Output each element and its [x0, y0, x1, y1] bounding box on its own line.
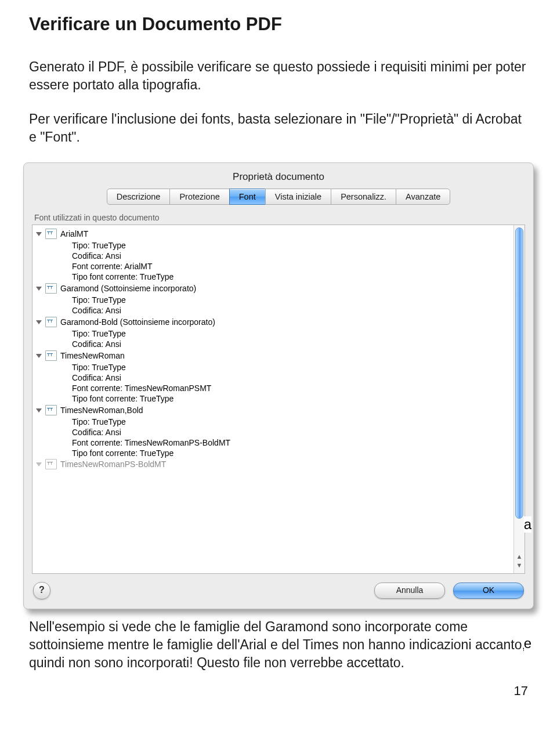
font-detail-line: Codifica: Ansi: [32, 372, 514, 383]
tab-protezione[interactable]: Protezione: [169, 189, 229, 205]
cancel-button[interactable]: Annulla: [374, 583, 445, 599]
font-detail-line: Tipo: TrueType: [32, 240, 514, 251]
font-detail-line: Font corrente: TimesNewRomanPSMT: [32, 383, 514, 393]
scroll-down-icon[interactable]: ▼: [515, 561, 523, 570]
font-entry-cutoff: TimesNewRomanPS-BoldMT: [32, 458, 514, 470]
font-detail-line: Tipo: TrueType: [32, 362, 514, 372]
font-name-label: TimesNewRoman,Bold: [60, 406, 511, 415]
font-detail-line: Codifica: Ansi: [32, 305, 514, 316]
disclosure-triangle-icon[interactable]: [36, 408, 42, 413]
truetype-icon: [45, 317, 57, 327]
font-name-label: TimesNewRomanPS-BoldMT: [60, 460, 511, 469]
scrollbar-thumb[interactable]: [515, 227, 523, 519]
fonts-group-label: Font utilizzati in questo documento: [24, 213, 533, 225]
font-detail-line: Tipo: TrueType: [32, 417, 514, 427]
disclosure-triangle-icon[interactable]: [36, 232, 42, 236]
document-page: Verificare un Documento PDF Generato il …: [0, 0, 557, 716]
disclosure-triangle-icon[interactable]: [36, 287, 42, 291]
font-detail-line: Tipo font corrente: TrueType: [32, 448, 514, 458]
help-button[interactable]: ?: [33, 582, 50, 599]
font-entry[interactable]: ArialMT: [32, 227, 514, 240]
font-detail-line: Tipo: TrueType: [32, 328, 514, 339]
scroll-up-icon[interactable]: ▲: [515, 552, 523, 561]
fonts-list[interactable]: ArialMTTipo: TrueTypeCodifica: AnsiFont …: [32, 225, 525, 574]
tab-vista-iniziale[interactable]: Vista iniziale: [265, 189, 331, 205]
page-number: 17: [29, 683, 528, 699]
document-properties-dialog: Proprietà documento DescrizioneProtezion…: [23, 162, 534, 609]
tab-personalizz-[interactable]: Personalizz.: [331, 189, 396, 205]
font-detail-line: Codifica: Ansi: [32, 339, 514, 349]
font-detail-line: Tipo font corrente: TrueType: [32, 393, 514, 404]
font-entry[interactable]: Garamond-Bold (Sottoinsieme incorporato): [32, 316, 514, 328]
button-group: Annulla OK: [374, 583, 524, 599]
truetype-icon: [45, 229, 57, 239]
truetype-icon: [45, 283, 57, 294]
font-detail-line: Codifica: Ansi: [32, 427, 514, 437]
stray-glyph-a: a: [524, 516, 531, 533]
font-name-label: TimesNewRoman: [60, 351, 511, 360]
font-entry[interactable]: TimesNewRoman,Bold: [32, 404, 514, 417]
page-title: Verificare un Documento PDF: [29, 14, 528, 35]
tab-descrizione[interactable]: Descrizione: [107, 189, 171, 205]
tab-bar: DescrizioneProtezioneFontVista inizialeP…: [24, 189, 533, 205]
ok-button[interactable]: OK: [453, 583, 524, 599]
font-entry[interactable]: TimesNewRoman: [32, 349, 514, 362]
font-detail-line: Font corrente: TimesNewRomanPS-BoldMT: [32, 437, 514, 448]
scrollbar[interactable]: ▲ ▼: [513, 225, 525, 573]
dialog-button-bar: ? Annulla OK: [24, 574, 533, 601]
font-detail-line: Tipo: TrueType: [32, 295, 514, 305]
stray-glyph-e: e: [524, 635, 531, 652]
truetype-icon: [45, 459, 57, 469]
dialog-screenshot: Proprietà documento DescrizioneProtezion…: [23, 162, 534, 609]
disclosure-triangle-icon: [36, 462, 42, 466]
scrollbar-arrows[interactable]: ▲ ▼: [515, 552, 523, 572]
outro-paragraph: Nell'esempio si vede che le famiglie del…: [29, 618, 528, 672]
font-name-label: Garamond-Bold (Sottoinsieme incorporato): [60, 317, 511, 327]
font-detail-line: Font corrente: ArialMT: [32, 261, 514, 272]
truetype-icon: [45, 405, 57, 415]
truetype-icon: [45, 350, 57, 361]
intro-paragraph-2: Per verificare l'inclusione dei fonts, b…: [29, 110, 528, 146]
disclosure-triangle-icon[interactable]: [36, 354, 42, 358]
font-detail-line: Tipo font corrente: TrueType: [32, 272, 514, 282]
disclosure-triangle-icon[interactable]: [36, 320, 42, 324]
font-entry[interactable]: Garamond (Sottoinsieme incorporato): [32, 282, 514, 295]
font-detail-line: Codifica: Ansi: [32, 251, 514, 261]
font-name-label: Garamond (Sottoinsieme incorporato): [60, 284, 511, 293]
intro-paragraph-1: Generato il PDF, è possibile verificare …: [29, 58, 528, 94]
dialog-title: Proprietà documento: [24, 163, 533, 189]
fonts-list-content: ArialMTTipo: TrueTypeCodifica: AnsiFont …: [32, 225, 514, 573]
font-name-label: ArialMT: [60, 229, 511, 238]
tab-avanzate[interactable]: Avanzate: [396, 189, 450, 205]
tab-font[interactable]: Font: [229, 189, 266, 205]
